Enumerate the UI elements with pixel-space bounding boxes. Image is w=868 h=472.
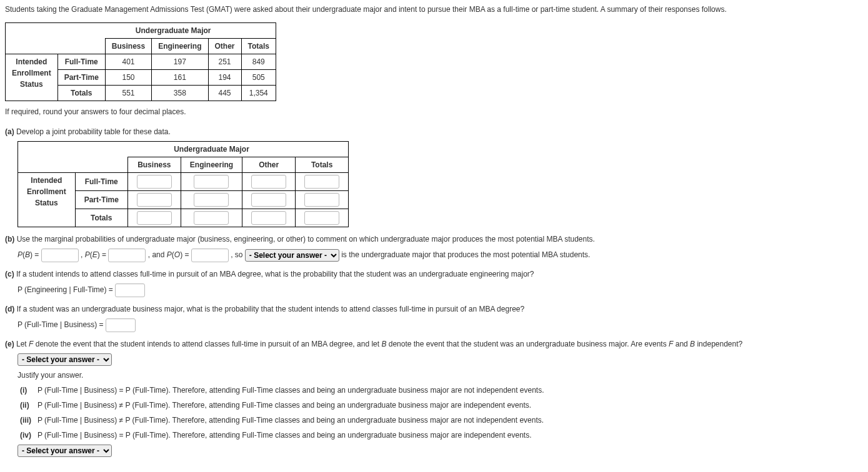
joint-col-engineering: Engineering <box>181 157 242 173</box>
roman-i: (i) <box>20 385 37 396</box>
po-input[interactable] <box>191 248 229 262</box>
c-formula: P (Engineering | Full-Time) = <box>17 285 113 294</box>
justify-ii: P (Full-Time | Business) ≠ P (Full-Time)… <box>37 401 531 410</box>
cell: 194 <box>208 70 241 86</box>
pb-input[interactable] <box>41 248 79 262</box>
joint-input[interactable] <box>251 211 286 225</box>
row-fulltime-label: Full-Time <box>57 54 105 70</box>
joint-input[interactable] <box>304 175 339 189</box>
e-and: and <box>673 340 690 348</box>
cell: 551 <box>105 86 151 101</box>
joint-input[interactable] <box>194 193 229 207</box>
joint-row-totals: Totals <box>75 209 127 227</box>
roman-iii: (iii) <box>20 415 37 426</box>
joint-rowgroup-3: Status <box>27 197 66 209</box>
e-select-1[interactable]: - Select your answer - <box>17 353 112 366</box>
cell: 505 <box>241 70 276 86</box>
cell: 161 <box>152 70 208 86</box>
intro-text: Students taking the Graduate Management … <box>5 4 863 15</box>
e-justify: Justify your answer. <box>17 370 863 381</box>
b-select[interactable]: - Select your answer - <box>245 249 339 262</box>
table-superheader: Undergraduate Major <box>105 23 241 39</box>
d-formula: P (Full-Time | Business) = <box>17 320 103 329</box>
rowgroup-1: Intended <box>12 56 51 67</box>
b-so: , so <box>231 250 242 259</box>
b-tail: is the undergraduate major that produces… <box>341 250 590 259</box>
joint-rowgroup-1: Intended <box>27 175 66 186</box>
joint-input[interactable] <box>251 193 286 207</box>
joint-col-totals: Totals <box>296 157 349 173</box>
joint-superheader: Undergraduate Major <box>127 142 295 157</box>
part-b-text: Use the marginal probabilities of underg… <box>17 235 595 243</box>
e-pre: Let <box>16 340 29 348</box>
e-mid1: denote the event that the student intend… <box>33 340 381 348</box>
col-business: Business <box>105 39 151 54</box>
part-c-text: If a student intends to attend classes f… <box>16 270 534 278</box>
part-a-label: (a) <box>5 127 14 136</box>
roman-iv: (iv) <box>20 430 37 441</box>
justify-iv: P (Full-Time | Business) = P (Full-Time)… <box>37 431 532 440</box>
joint-input[interactable] <box>137 175 172 189</box>
row-totals-label: Totals <box>57 86 105 101</box>
joint-input[interactable] <box>194 211 229 225</box>
justify-i: P (Full-Time | Business) = P (Full-Time)… <box>37 386 544 395</box>
cell: 401 <box>105 54 151 70</box>
cell: 445 <box>208 86 241 101</box>
e-end: independent? <box>695 340 742 348</box>
part-c-label: (c) <box>5 270 14 278</box>
roman-ii: (ii) <box>20 400 37 411</box>
data-table: Undergraduate Major Business Engineering… <box>5 22 276 101</box>
cell: 849 <box>241 54 276 70</box>
pe-input[interactable] <box>108 248 146 262</box>
rowgroup-2: Enrollment <box>12 67 51 79</box>
cell: 358 <box>152 86 208 101</box>
part-d-text: If a student was an undergraduate busine… <box>17 305 524 313</box>
e-mid2: denote the event that the student was an… <box>386 340 669 348</box>
joint-rowgroup-2: Enrollment <box>27 186 66 197</box>
cell: 251 <box>208 54 241 70</box>
cell: 197 <box>152 54 208 70</box>
col-totals: Totals <box>241 39 276 54</box>
row-parttime-label: Part-Time <box>57 70 105 86</box>
round-note: If required, round your answers to four … <box>5 106 863 117</box>
joint-input[interactable] <box>137 211 172 225</box>
joint-row-parttime: Part-Time <box>75 191 127 209</box>
joint-col-business: Business <box>127 157 181 173</box>
cell: 150 <box>105 70 151 86</box>
joint-row-fulltime: Full-Time <box>75 173 127 191</box>
joint-input[interactable] <box>194 175 229 189</box>
part-b-label: (b) <box>5 235 14 243</box>
joint-input[interactable] <box>304 211 339 225</box>
d-input[interactable] <box>106 318 136 332</box>
joint-input[interactable] <box>251 175 286 189</box>
cell: 1,354 <box>241 86 276 101</box>
part-a-text: Develop a joint probability table for th… <box>16 127 171 136</box>
part-e-label: (e) <box>5 340 14 348</box>
part-d-label: (d) <box>5 305 14 313</box>
joint-table: Undergraduate Major Business Engineering… <box>17 141 349 227</box>
e-B2: B <box>690 340 695 348</box>
c-input[interactable] <box>115 283 145 297</box>
e-select-2[interactable]: - Select your answer - <box>17 445 112 457</box>
joint-col-other: Other <box>242 157 296 173</box>
rowgroup-3: Status <box>12 79 51 90</box>
joint-input[interactable] <box>137 193 172 207</box>
col-other: Other <box>208 39 241 54</box>
justify-iii: P (Full-Time | Business) ≠ P (Full-Time)… <box>37 416 544 425</box>
joint-input[interactable] <box>304 193 339 207</box>
col-engineering: Engineering <box>152 39 208 54</box>
